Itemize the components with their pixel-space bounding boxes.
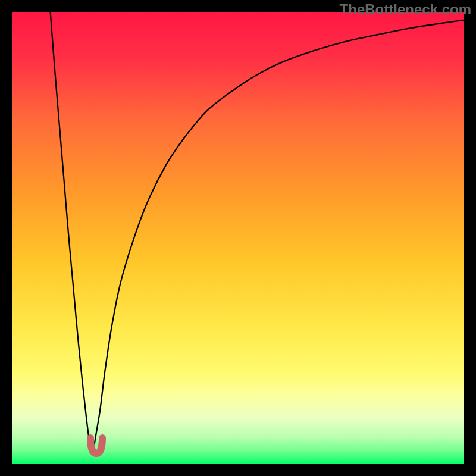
u-marker [90, 438, 102, 453]
chart-curve-layer [12, 12, 464, 464]
plot-frame [12, 12, 464, 464]
watermark-text: TheBottleneck.com [340, 1, 471, 18]
bottleneck-curve [51, 12, 464, 452]
